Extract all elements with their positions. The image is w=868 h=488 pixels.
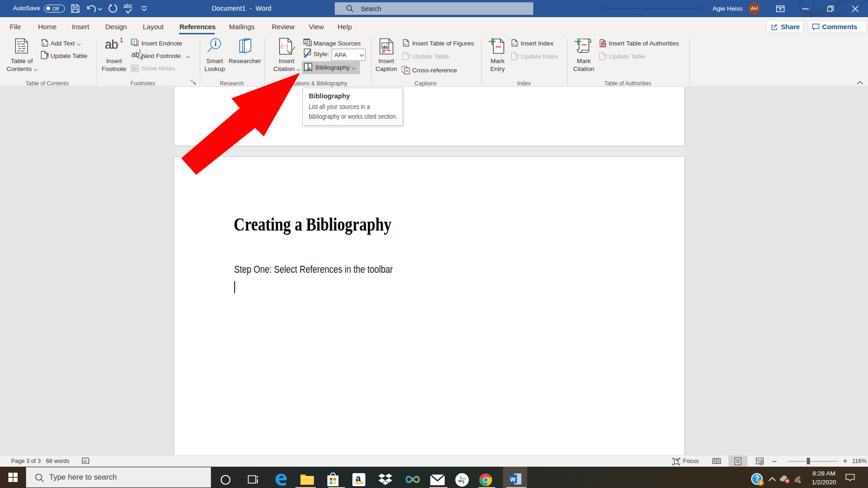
svg-text:!: !	[408, 52, 411, 60]
svg-text:W: W	[510, 476, 516, 483]
svg-text:!: !	[517, 52, 519, 60]
svg-text:!: !	[605, 52, 607, 60]
svg-text:!: !	[47, 51, 49, 59]
svg-text:abc: abc	[123, 3, 132, 9]
svg-text:[i]: [i]	[132, 40, 135, 45]
svg-text:(–): (–)	[281, 42, 288, 49]
